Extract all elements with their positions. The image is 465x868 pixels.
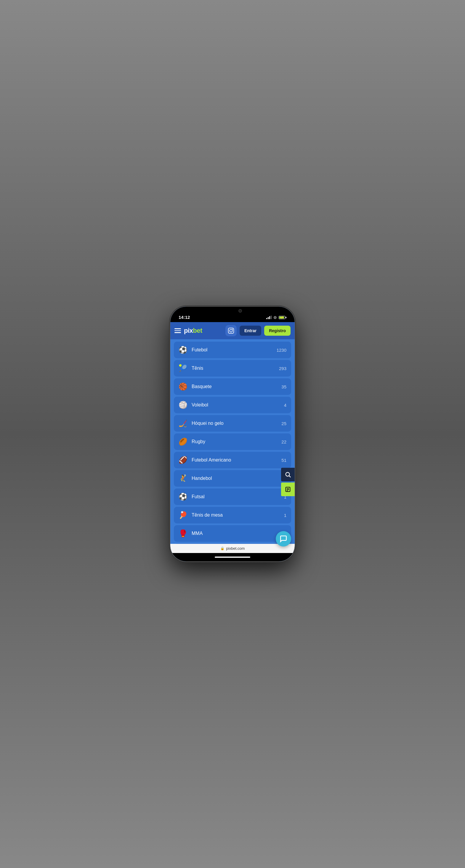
hoquei-no-gelo-icon: 🏒 (179, 419, 187, 428)
futsal-icon: ⚽ (179, 493, 187, 501)
url-bar: 🔒 pixbet.com (170, 544, 295, 553)
sport-item-futsal[interactable]: ⚽Futsal1 (174, 489, 291, 505)
sport-item-tenis-de-mesa[interactable]: 🏓Tênis de mesa1 (174, 507, 291, 523)
svg-point-2 (232, 329, 233, 330)
handebol-icon: 🤾 (179, 474, 187, 483)
home-indicator (170, 553, 295, 561)
url-text: pixbet.com (226, 546, 245, 551)
tenis-icon: 🎾 (179, 364, 187, 372)
chat-icon (280, 535, 287, 542)
futebol-icon: ⚽ (179, 346, 187, 354)
entrar-button[interactable]: Entrar (240, 326, 261, 336)
registro-button[interactable]: Registro (264, 326, 291, 336)
futebol-americano-icon: 🏈 (179, 456, 187, 464)
sport-item-rugby[interactable]: 🏉Rugby22 (174, 433, 291, 450)
handebol-name: Handebol (192, 476, 280, 481)
floating-buttons (281, 468, 295, 496)
status-icons: ⊜ ⚡ (266, 315, 286, 320)
futebol-name: Futebol (192, 347, 272, 352)
battery-icon: ⚡ (279, 316, 286, 319)
mma-name: MMA (192, 531, 282, 536)
svg-rect-0 (228, 328, 234, 333)
note-icon (285, 486, 291, 493)
status-bar: 14:12 ⊜ ⚡ (170, 307, 295, 322)
tenis-name: Tênis (192, 366, 275, 371)
menu-icon[interactable] (174, 328, 181, 333)
sport-item-handebol[interactable]: 🤾Handebol2 (174, 470, 291, 487)
lock-icon: 🔒 (220, 547, 225, 550)
futebol-americano-count: 51 (281, 458, 286, 463)
voleibol-name: Voleibol (192, 402, 280, 408)
basquete-icon: 🏀 (179, 382, 187, 391)
tenis-de-mesa-name: Tênis de mesa (192, 513, 280, 518)
search-icon (285, 471, 291, 478)
tenis-de-mesa-count: 1 (284, 513, 286, 518)
hoquei-no-gelo-name: Hóquei no gelo (192, 421, 277, 426)
signal-bars-icon (266, 316, 271, 319)
instagram-icon (228, 328, 234, 334)
fab-search-button[interactable] (281, 468, 295, 482)
logo-pix: pix (184, 327, 193, 334)
sport-item-basquete[interactable]: 🏀Basquete35 (174, 378, 291, 395)
sport-item-mma[interactable]: 🥊MMA (174, 525, 291, 542)
hoquei-no-gelo-count: 25 (281, 421, 286, 426)
svg-line-4 (289, 476, 291, 477)
logo-bet: bet (193, 327, 202, 334)
rugby-name: Rugby (192, 439, 277, 444)
logo: pixbet (184, 327, 223, 335)
sports-list: ⚽Futebol1230🎾Tênis293🏀Basquete35🏐Voleibo… (170, 339, 295, 544)
futebol-count: 1230 (277, 347, 286, 352)
header: pixbet Entrar Registro (170, 322, 295, 339)
sport-item-voleibol[interactable]: 🏐Voleibol4 (174, 397, 291, 413)
wifi-icon: ⊜ (273, 315, 277, 320)
tenis-de-mesa-icon: 🏓 (179, 511, 187, 519)
sport-item-futebol-americano[interactable]: 🏈Futebol Americano51 (174, 452, 291, 468)
sport-item-hoquei-no-gelo[interactable]: 🏒Hóquei no gelo25 (174, 415, 291, 432)
svg-point-3 (286, 472, 290, 476)
sport-item-futebol[interactable]: ⚽Futebol1230 (174, 342, 291, 358)
futebol-americano-name: Futebol Americano (192, 457, 277, 463)
sport-item-tenis[interactable]: 🎾Tênis293 (174, 360, 291, 377)
mma-icon: 🥊 (179, 529, 187, 538)
basquete-count: 35 (281, 384, 286, 389)
voleibol-count: 4 (284, 403, 286, 408)
svg-point-1 (230, 329, 232, 332)
voleibol-icon: 🏐 (179, 401, 187, 409)
instagram-button[interactable] (225, 325, 237, 336)
sport-item-sinuca[interactable]: 🎱Sinuca (174, 544, 291, 544)
basquete-name: Basquete (192, 384, 277, 389)
rugby-count: 22 (281, 439, 286, 444)
futsal-name: Futsal (192, 494, 280, 499)
rugby-icon: 🏉 (179, 438, 187, 446)
tenis-count: 293 (279, 366, 286, 371)
fab-note-button[interactable] (281, 483, 295, 496)
status-time: 14:12 (179, 315, 190, 320)
chat-button[interactable] (276, 531, 291, 547)
home-bar (215, 557, 250, 558)
